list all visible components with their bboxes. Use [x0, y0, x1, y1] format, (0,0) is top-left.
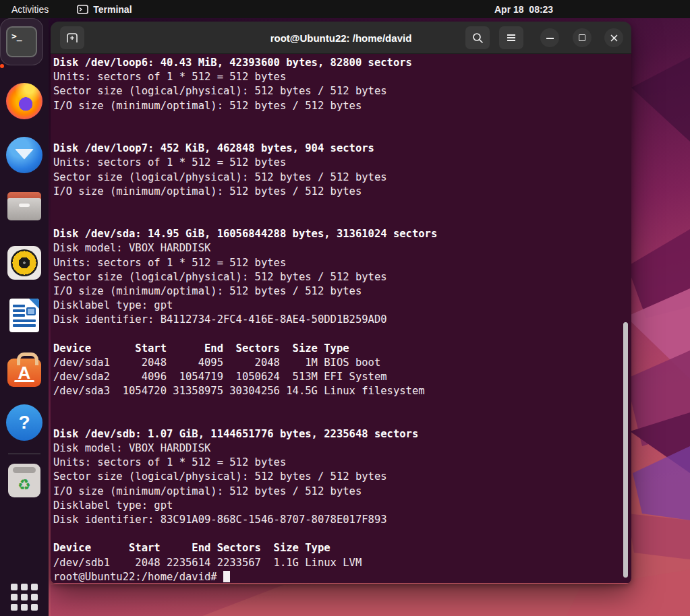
dock-item-terminal[interactable]: >_: [0, 18, 43, 65]
terminal-icon: >_: [6, 26, 37, 57]
terminal-line: Device Start End Sectors Size Type: [53, 342, 629, 356]
show-applications-button[interactable]: [0, 584, 49, 611]
terminal-line: Units: sectors of 1 * 512 = 512 bytes: [53, 70, 629, 84]
terminal-line: /dev/sda2 4096 1054719 1050624 513M EFI …: [53, 370, 629, 384]
terminal-line: Disk /dev/sda: 14.95 GiB, 16056844288 by…: [53, 227, 629, 241]
terminal-small-icon: [77, 5, 88, 14]
terminal-line: I/O size (minimum/optimal): 512 bytes / …: [53, 485, 629, 499]
terminal-line: [53, 527, 629, 541]
minimize-button[interactable]: [540, 28, 559, 47]
terminal-line: Disk /dev/sdb: 1.07 GiB, 1144651776 byte…: [53, 427, 629, 441]
menu-icon: [506, 33, 517, 42]
maximize-icon: [579, 34, 585, 41]
terminal-line: [53, 199, 629, 213]
dock: >_ A ? ♻: [0, 18, 49, 616]
terminal-line: I/O size (minimum/optimal): 512 bytes / …: [53, 99, 629, 113]
terminal-line: /dev/sda1 2048 4095 2048 1M BIOS boot: [53, 356, 629, 370]
focused-app-label: Terminal: [93, 4, 132, 15]
terminal-line: Disklabel type: gpt: [53, 499, 629, 513]
rhythmbox-icon: [7, 246, 41, 280]
help-icon: ?: [6, 404, 42, 441]
thunderbird-icon: [6, 137, 42, 173]
terminal-line: Sector size (logical/physical): 512 byte…: [53, 171, 629, 185]
terminal-line: Sector size (logical/physical): 512 byte…: [53, 84, 629, 98]
search-icon: [472, 32, 484, 44]
dock-item-files[interactable]: [0, 191, 49, 220]
trash-icon: ♻: [8, 464, 40, 497]
terminal-line: /dev/sda3 1054720 31358975 30304256 14.5…: [53, 384, 629, 398]
terminal-line: Sector size (logical/physical): 512 byte…: [53, 270, 629, 284]
terminal-line: Units: sectors of 1 * 512 = 512 bytes: [53, 456, 629, 470]
menu-button[interactable]: [499, 26, 523, 49]
terminal-line: Disk /dev/loop7: 452 KiB, 462848 bytes, …: [53, 142, 629, 156]
new-tab-button[interactable]: [60, 26, 84, 49]
terminal-line: Sector size (logical/physical): 512 byte…: [53, 470, 629, 484]
close-icon: [610, 34, 618, 42]
terminal-line: Disklabel type: gpt: [53, 299, 629, 313]
terminal-line: [53, 399, 629, 413]
terminal-line: [53, 113, 629, 127]
clock[interactable]: Apr 18 08:23: [494, 0, 553, 18]
activities-button[interactable]: Activities: [11, 4, 49, 15]
terminal-line: /dev/sdb1 2048 2235614 2233567 1.1G Linu…: [53, 556, 629, 570]
terminal-line: [53, 413, 629, 427]
desktop: Activities Terminal Apr 18 08:23 >_: [0, 0, 690, 616]
terminal-line: Units: sectors of 1 * 512 = 512 bytes: [53, 156, 629, 170]
top-bar: Activities Terminal Apr 18 08:23: [0, 0, 690, 18]
show-applications-icon: [11, 584, 38, 611]
terminal-line: Disk model: VBOX HARDDISK: [53, 241, 629, 255]
dock-item-rhythmbox[interactable]: [0, 246, 49, 280]
dock-item-trash[interactable]: ♻: [0, 464, 49, 497]
ubuntu-software-icon: A: [7, 359, 41, 387]
dock-item-ubuntu-software[interactable]: A: [0, 352, 49, 387]
terminal-line: Disk identifier: 83C91A09-868C-1546-8707…: [53, 513, 629, 527]
dock-item-help[interactable]: ?: [0, 404, 49, 441]
terminal-line: Disk identifier: B4112734-2FC4-416E-8AE4…: [53, 313, 629, 327]
terminal-line: I/O size (minimum/optimal): 512 bytes / …: [53, 284, 629, 299]
text-cursor: [223, 571, 230, 582]
terminal-line: Disk /dev/loop6: 40.43 MiB, 42393600 byt…: [53, 56, 629, 70]
minimize-icon: [546, 38, 554, 39]
maximize-button[interactable]: [573, 28, 592, 47]
terminal-line: Units: sectors of 1 * 512 = 512 bytes: [53, 256, 629, 270]
titlebar[interactable]: root@Ubuntu22: /home/david: [51, 22, 631, 54]
dock-item-thunderbird[interactable]: [0, 137, 49, 173]
terminal-line: [53, 328, 629, 342]
dock-item-firefox[interactable]: [0, 83, 49, 119]
terminal-line: Disk model: VBOX HARDDISK: [53, 441, 629, 456]
search-button[interactable]: [465, 26, 490, 49]
scrollbar-thumb[interactable]: [623, 322, 628, 578]
terminal-line: root@Ubuntu22:/home/david#: [53, 570, 629, 584]
firefox-icon: [6, 83, 42, 119]
files-icon: [7, 192, 41, 220]
new-tab-icon: [66, 32, 78, 43]
dock-divider: [8, 454, 40, 454]
terminal-line: [53, 213, 629, 227]
terminal-line: Device Start End Sectors Size Type: [53, 541, 629, 555]
focused-app-menu[interactable]: Terminal: [77, 4, 132, 15]
terminal-line: [53, 127, 629, 142]
close-button[interactable]: [604, 28, 623, 47]
libreoffice-writer-icon: [9, 299, 39, 332]
terminal-window: root@Ubuntu22: /home/david: [51, 22, 631, 584]
terminal-line: I/O size (minimum/optimal): 512 bytes / …: [53, 185, 629, 199]
dock-item-libreoffice-writer[interactable]: [0, 299, 49, 332]
terminal-output[interactable]: Disk /dev/loop6: 40.43 MiB, 42393600 byt…: [51, 54, 631, 583]
running-indicator-dot: [0, 64, 4, 68]
